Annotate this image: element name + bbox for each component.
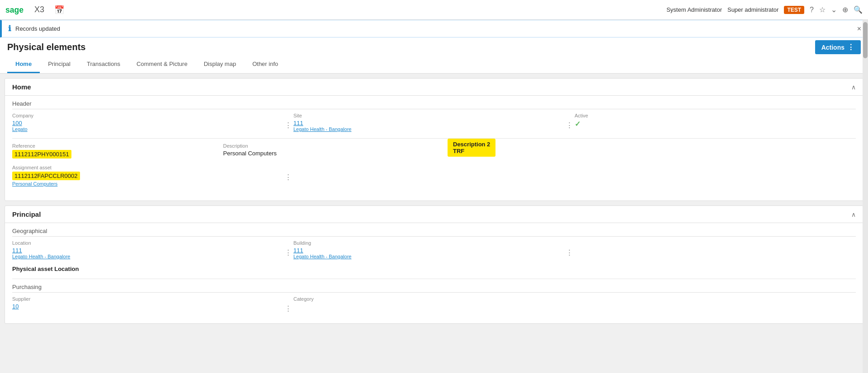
principal-section-header[interactable]: Principal ∧	[5, 206, 863, 223]
site-value[interactable]: 111	[293, 120, 566, 126]
site-label: Site	[293, 113, 566, 118]
building-context-menu-icon[interactable]: ⋮	[566, 248, 573, 256]
assignment-value[interactable]: 1112112FAPCCLR0002	[12, 172, 80, 180]
assignment-label: Assignment asset	[12, 165, 284, 170]
home-section-body: Header Company 100 Legato ⋮ Site 111 Leg…	[5, 96, 863, 200]
physical-asset-location-value: Physical asset Location	[12, 266, 847, 272]
supplier-value[interactable]: 10	[12, 303, 284, 310]
help-icon[interactable]: ?	[810, 6, 814, 14]
principal-section-title: Principal	[12, 210, 41, 218]
physical-asset-loc-row: Physical asset Location	[12, 266, 856, 272]
location-field: Location 111 Legato Health - Bangalore ⋮	[12, 240, 293, 259]
company-context-menu-icon[interactable]: ⋮	[285, 121, 292, 129]
cat-spacer	[575, 296, 856, 310]
actions-label: Actions	[821, 44, 844, 51]
actions-button[interactable]: Actions ⋮	[815, 40, 861, 54]
building-value[interactable]: 111	[293, 247, 566, 254]
reference-field: Reference 1112112PHY000151	[12, 143, 223, 159]
building-sub[interactable]: Legato Health - Bangalore	[293, 254, 566, 259]
description-value: Personal Computers	[223, 150, 425, 157]
tab-transactions[interactable]: Transactions	[79, 56, 128, 73]
scrollbar-track[interactable]	[863, 20, 868, 328]
home-section-card: Home ∧ Header Company 100 Legato ⋮ Site …	[5, 78, 863, 201]
active-field: Active ✓	[575, 113, 856, 132]
reference-label: Reference	[12, 143, 214, 149]
home-section-header[interactable]: Home ∧	[5, 79, 863, 96]
tab-display-map[interactable]: Display map	[196, 56, 245, 73]
description-label: Description	[223, 143, 425, 149]
scrollbar-thumb[interactable]	[863, 22, 868, 58]
page-header: Physical elements Actions ⋮ Home Princip…	[0, 37, 868, 74]
home-collapse-icon: ∧	[851, 84, 856, 91]
tab-home[interactable]: Home	[7, 56, 40, 73]
calendar-icon[interactable]: 📅	[52, 5, 67, 15]
home-section-title: Home	[12, 83, 31, 91]
notification-message: Records updated	[15, 25, 60, 32]
notification-bar: ℹ Records updated ×	[0, 20, 868, 37]
reference-description-row: Reference 1112112PHY000151 Description P…	[12, 143, 856, 159]
page-title-row: Physical elements Actions ⋮	[7, 40, 861, 56]
info-icon: ℹ	[8, 24, 11, 33]
loc-spacer	[575, 240, 856, 259]
principal-section-body: Geographical Location 111 Legato Health …	[5, 223, 863, 323]
building-label: Building	[293, 240, 566, 246]
active-check: ✓	[575, 120, 847, 128]
tab-principal[interactable]: Principal	[40, 56, 79, 73]
search-icon[interactable]: 🔍	[854, 5, 863, 14]
location-context-menu-icon[interactable]: ⋮	[285, 248, 292, 256]
top-nav: sage X3 📅 System Administrator Super adm…	[0, 0, 868, 20]
assignment-spacer2	[575, 165, 856, 187]
location-sub[interactable]: Legato Health - Bangalore	[12, 254, 284, 259]
tab-other-info[interactable]: Other info	[244, 56, 286, 73]
site-field: Site 111 Legato Health - Bangalore ⋮	[293, 113, 575, 132]
supplier-label: Supplier	[12, 296, 284, 302]
company-label: Company	[12, 113, 284, 118]
logo-area: sage X3 📅	[5, 4, 67, 16]
active-label: Active	[575, 113, 847, 118]
compass-icon[interactable]: ⊕	[842, 5, 848, 14]
sage-logo-icon: sage	[5, 4, 27, 16]
principal-collapse-icon: ∧	[851, 211, 856, 218]
top-nav-right: System Administrator Super administrator…	[666, 5, 863, 14]
notification-close-button[interactable]: ×	[857, 25, 861, 33]
x3-tab[interactable]: X3	[32, 5, 47, 14]
super-admin-label: Super administrator	[727, 6, 778, 13]
building-field: Building 111 Legato Health - Bangalore ⋮	[293, 240, 575, 259]
assignment-field: Assignment asset 1112112FAPCCLR0002 Pers…	[12, 165, 293, 187]
geographical-sub-section: Geographical	[12, 228, 856, 237]
location-value[interactable]: 111	[12, 247, 284, 254]
location-building-row: Location 111 Legato Health - Bangalore ⋮…	[12, 240, 856, 259]
tab-comment-picture[interactable]: Comment & Picture	[128, 56, 196, 73]
description2-popup: Description 2 TRF	[448, 139, 495, 157]
assignment-sub[interactable]: Personal Computers	[12, 181, 57, 186]
assignment-context-menu-icon[interactable]: ⋮	[285, 173, 292, 181]
supplier-context-menu-icon[interactable]: ⋮	[285, 304, 292, 312]
description2-popup-label: Description 2	[453, 141, 490, 148]
divider1	[12, 138, 856, 139]
supplier-field: Supplier 10 ⋮	[12, 296, 293, 310]
test-badge: TEST	[784, 6, 804, 14]
company-sub[interactable]: Legato	[12, 126, 284, 132]
description2-popup-value: TRF	[453, 148, 490, 154]
assignment-spacer	[293, 165, 575, 187]
description-field: Description Personal Computers	[223, 143, 434, 157]
star-icon[interactable]: ☆	[819, 5, 826, 14]
location-label: Location	[12, 240, 284, 246]
category-label: Category	[293, 296, 566, 302]
supplier-category-row: Supplier 10 ⋮ Category	[12, 296, 856, 310]
site-context-menu-icon[interactable]: ⋮	[566, 121, 573, 129]
purchasing-sub-section: Purchasing	[12, 284, 856, 293]
site-sub[interactable]: Legato Health - Bangalore	[293, 126, 566, 132]
tabs-bar: Home Principal Transactions Comment & Pi…	[7, 56, 861, 73]
physical-asset-location-field: Physical asset Location	[12, 266, 856, 272]
principal-section-card: Principal ∧ Geographical Location 111 Le…	[5, 205, 863, 324]
chevron-down-icon[interactable]: ⌄	[831, 5, 837, 14]
svg-text:sage: sage	[5, 5, 24, 14]
company-value[interactable]: 100	[12, 120, 284, 126]
reference-value[interactable]: 1112112PHY000151	[12, 150, 71, 159]
category-field: Category	[293, 296, 575, 310]
header-sub-section: Header	[12, 100, 856, 109]
main-content: Home ∧ Header Company 100 Legato ⋮ Site …	[0, 78, 868, 324]
divider2	[12, 279, 856, 279]
page-title: Physical elements	[7, 42, 85, 52]
